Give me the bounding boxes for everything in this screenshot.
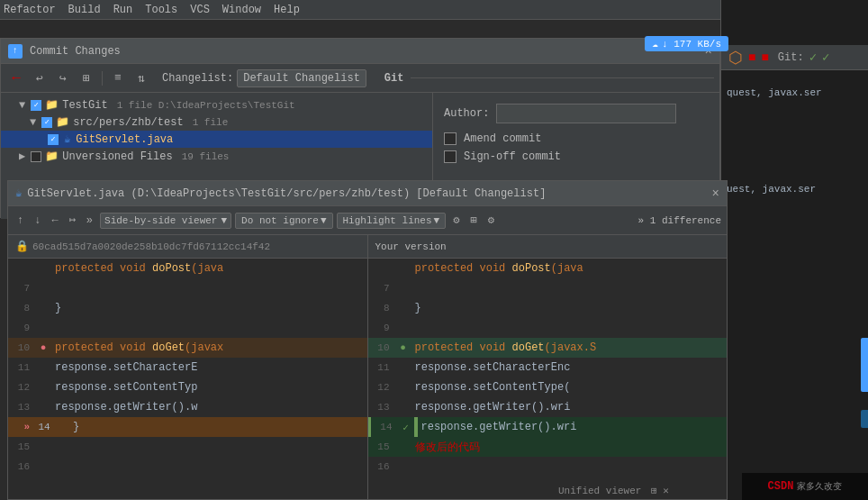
menubar: Refactor Build Run Tools VCS Window Help — [0, 0, 720, 20]
diff-left-commit-hash: 60cad515d7a0020de258b10dc7fd67112cc14f42 — [32, 241, 270, 252]
viewer-mode-dropdown[interactable]: Side-by-side viewer ▼ — [100, 213, 231, 229]
menu-item-vcs[interactable]: VCS — [190, 4, 210, 16]
diff-dialog-close-btn[interactable]: × — [712, 186, 719, 201]
tree-item-gitservlet[interactable]: ✓ ☕ GitServlet.java — [1, 131, 432, 148]
ide-right-panel: ⬡ ■ ■ Git: ✓ ✓ quest, javax.ser uest, ja… — [720, 0, 868, 500]
diff-nav-left-btn[interactable]: ← — [48, 210, 61, 232]
checkbox-gitservlet[interactable]: ✓ — [48, 134, 59, 145]
toolbar-separator1 — [102, 71, 103, 86]
unified-viewer-label: Unified viewer ⊞ ✕ — [558, 485, 669, 496]
code-line-left-12: 12 response.setContentTyp — [8, 377, 367, 397]
commit-toolbar: ← ↩ ↪ ⊞ ≡ ⇅ Changelist: Default Changeli… — [1, 64, 719, 93]
diff-dialog-titlebar: ☕ GitServlet.java (D:\IdeaProjects\TestG… — [8, 181, 727, 206]
code-line-left-9: 9 — [8, 318, 367, 338]
code-line-right-11: 11 response.setCharacterEnc — [368, 358, 728, 377]
right-color-block2 — [861, 410, 868, 428]
line-content-right-15: 修改后的代码 — [411, 440, 728, 455]
commit-dialog-title-text: Commit Changes — [30, 45, 121, 58]
line-gutter-right-10: ● — [395, 342, 411, 353]
diff-left-code: protected void doPost(java 7 8 } 9 — [8, 259, 367, 500]
toolbar-group-btn[interactable]: ⊞ — [77, 68, 96, 88]
diff-gear-btn[interactable]: ⚙ — [484, 210, 498, 232]
line-gutter-right-14: ✓ — [398, 422, 414, 433]
ignore-dropdown[interactable]: Do not ignore ▼ — [235, 213, 332, 229]
diff-nav-right-icon[interactable]: ↤ — [66, 210, 79, 232]
diff-sync-btn[interactable]: ⊞ — [466, 210, 480, 232]
line-14-num: 14 — [35, 422, 53, 432]
code-line-right-10: 10 ● protected void doGet(javax.S — [368, 338, 728, 358]
tree-unversioned-count: 19 files — [182, 151, 230, 162]
code-line-right-12: 12 response.setContentType( — [368, 377, 728, 397]
line-num-right-14: 14 — [371, 422, 398, 432]
menu-item-tools[interactable]: Tools — [145, 4, 177, 16]
code-line-left-10: 10 ● protected void doGet(javax — [8, 338, 367, 358]
expand-arrow3: ▶ — [19, 150, 25, 163]
signoff-commit-checkbox[interactable] — [444, 150, 457, 163]
highlight-label: Highlight lines — [343, 215, 432, 226]
line-content-right-14: response.getWriter().wri — [418, 421, 728, 433]
toolbar-arrow-left-btn[interactable]: ← — [6, 68, 26, 88]
tree-item-src[interactable]: ▼ ✓ 📁 src/pers/zhb/test 1 file — [1, 114, 432, 131]
code-line-right-15: 15 修改后的代码 — [368, 437, 728, 457]
toolbar-redo-btn[interactable]: ↪ — [53, 68, 73, 88]
line-content-left-8: } — [51, 302, 367, 314]
code-line-left-8: 8 } — [8, 298, 367, 318]
line-content-right-10: protected void doGet(javax.S — [411, 341, 728, 354]
watermark-chinese: 家多久改变 — [797, 480, 842, 493]
line-num-left-14: » — [8, 422, 35, 432]
diff-dialog: ☕ GitServlet.java (D:\IdeaProjects\TestG… — [7, 180, 728, 500]
author-input[interactable] — [496, 104, 676, 123]
checkbox-unversioned[interactable] — [31, 151, 41, 162]
line-num-left-15: 15 — [8, 441, 35, 452]
toolbar-collapse-btn[interactable]: ⇅ — [131, 68, 151, 88]
git-check-icon2: ✓ — [822, 50, 829, 65]
menu-item-run[interactable]: Run — [113, 4, 133, 16]
line-content-left-12: response.setContentTyp — [51, 381, 367, 394]
line-num-right-9: 9 — [368, 323, 395, 333]
toolbar-expand-btn[interactable]: ≡ — [108, 68, 128, 88]
code-line-right-16: 16 — [368, 457, 728, 477]
line-gutter-left-10: ● — [35, 342, 51, 353]
expand-arrow2: ▼ — [30, 116, 36, 129]
amend-commit-checkbox[interactable] — [444, 132, 457, 145]
git-check-icon: ✓ — [809, 50, 817, 65]
watermark-text: CSDN — [768, 480, 794, 493]
diff-settings-btn[interactable]: ⚙ — [449, 210, 463, 232]
git-label: Git: — [778, 51, 804, 64]
checkbox-testgit[interactable]: ✓ — [31, 100, 41, 111]
line-content-left-10: protected void doGet(javax — [51, 341, 367, 354]
author-field-row: Author: — [444, 104, 709, 123]
code-line-right-14: 14 ✓ response.getWriter().wri — [368, 417, 728, 437]
line-num-left-12: 12 — [8, 382, 35, 393]
ignore-chevron: ▼ — [321, 215, 327, 226]
menu-item-help[interactable]: Help — [274, 4, 300, 16]
highlight-dropdown[interactable]: Highlight lines ▼ — [337, 213, 447, 229]
line-num-left-11: 11 — [8, 362, 35, 373]
diff-nav-down-btn[interactable]: ↓ — [31, 210, 44, 232]
menu-item-build[interactable]: Build — [68, 4, 101, 16]
code-line-right-8: 8 } — [368, 298, 728, 318]
tree-unversioned-name: Unversioned Files — [62, 150, 172, 163]
unified-viewer-icons: ⊞ ✕ — [651, 486, 669, 496]
difference-count: » 1 difference — [638, 215, 721, 226]
code-line-left-14: » 14 } — [8, 417, 367, 437]
signoff-commit-label: Sign-off commit — [464, 150, 561, 163]
toolbar-undo-btn[interactable]: ↩ — [30, 68, 50, 88]
menu-item-refactor[interactable]: Refactor — [4, 4, 56, 16]
code-line-left-11: 11 response.setCharacterE — [8, 358, 367, 377]
diff-nav-up-btn[interactable]: ↑ — [14, 210, 27, 232]
download-label: ↓ 177 KB/s — [662, 39, 721, 50]
line-num-right-11: 11 — [368, 362, 395, 373]
tree-item-testgit[interactable]: ▼ ✓ 📁 TestGit 1 file D:\IdeaProjects\Tes… — [1, 96, 432, 114]
checkbox-src[interactable]: ✓ — [41, 117, 52, 128]
java-file-icon: ☕ — [64, 132, 70, 146]
tree-item-unversioned[interactable]: ▶ 📁 Unversioned Files 19 files — [1, 148, 432, 165]
line-num-right-8: 8 — [368, 303, 395, 314]
tree-testgit-name: TestGit — [62, 99, 107, 112]
diff-next-diff-btn[interactable]: » — [83, 210, 96, 232]
diff-file-icon: ☕ — [15, 186, 22, 200]
menu-item-window[interactable]: Window — [222, 4, 261, 16]
changelist-dropdown[interactable]: Default Changelist — [237, 69, 366, 87]
diff-right-version-label: Your version — [375, 241, 447, 252]
code-line-right-6: protected void doPost(java — [368, 259, 728, 278]
